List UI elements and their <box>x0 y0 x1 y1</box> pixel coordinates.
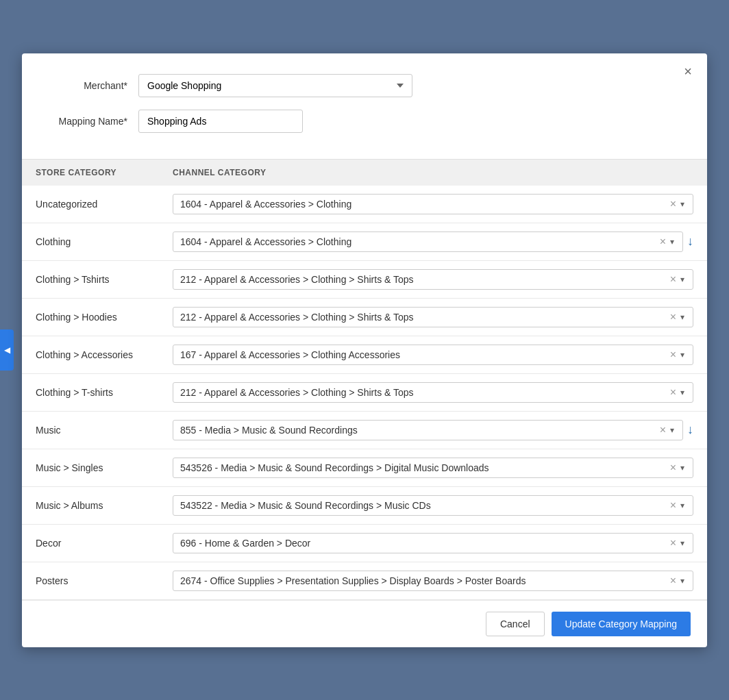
table-row: Clothing > Hoodies212 - Apparel & Access… <box>22 298 707 336</box>
channel-select-text: 212 - Apparel & Accessories > Clothing >… <box>180 387 667 398</box>
store-category-cell: Clothing > Hoodies <box>22 298 159 336</box>
table-header: STORE CATEGORY CHANNEL CATEGORY <box>22 160 707 186</box>
merchant-label: Merchant* <box>49 80 138 91</box>
channel-category-cell: 212 - Apparel & Accessories > Clothing >… <box>159 260 707 298</box>
channel-select-text: 212 - Apparel & Accessories > Clothing >… <box>180 312 667 323</box>
channel-clear-button[interactable]: × <box>667 312 679 323</box>
table-row: Clothing > Accessories167 - Apparel & Ac… <box>22 336 707 373</box>
table-row: Clothing > Tshirts212 - Apparel & Access… <box>22 260 707 298</box>
mapping-name-label: Mapping Name* <box>49 116 138 127</box>
channel-chevron-down-icon[interactable]: ▾ <box>669 425 676 435</box>
channel-chevron-down-icon[interactable]: ▾ <box>679 463 686 473</box>
modal-header: Merchant* Google Shopping Amazon Faceboo… <box>22 53 707 159</box>
channel-select-text: 167 - Apparel & Accessories > Clothing A… <box>180 349 667 360</box>
channel-chevron-down-icon[interactable]: ▾ <box>679 538 686 548</box>
channel-select-text: 1604 - Apparel & Accessories > Clothing <box>180 199 667 210</box>
channel-clear-button[interactable]: × <box>667 274 679 285</box>
modal-footer: Cancel Update Category Mapping <box>22 600 707 647</box>
channel-select-text: 543526 - Media > Music & Sound Recording… <box>180 462 667 473</box>
channel-select-text: 212 - Apparel & Accessories > Clothing >… <box>180 274 667 285</box>
store-category-cell: Uncategorized <box>22 186 159 223</box>
channel-category-cell: 1604 - Apparel & Accessories > Clothing×… <box>159 186 707 223</box>
channel-category-cell: 167 - Apparel & Accessories > Clothing A… <box>159 336 707 373</box>
channel-select-wrapper[interactable]: 212 - Apparel & Accessories > Clothing >… <box>173 382 693 403</box>
store-category-cell: Music <box>22 411 159 449</box>
channel-chevron-down-icon[interactable]: ▾ <box>679 312 686 322</box>
category-table-container: STORE CATEGORY CHANNEL CATEGORY Uncatego… <box>22 159 707 600</box>
table-row: Music > Singles543526 - Media > Music & … <box>22 449 707 486</box>
channel-chevron-down-icon[interactable]: ▾ <box>669 237 676 247</box>
channel-chevron-down-icon[interactable]: ▾ <box>679 501 686 510</box>
side-tab[interactable]: ◀ <box>0 329 14 371</box>
update-category-mapping-button[interactable]: Update Category Mapping <box>552 612 691 636</box>
channel-chevron-down-icon[interactable]: ▾ <box>679 388 686 397</box>
channel-clear-button[interactable]: × <box>667 387 679 398</box>
channel-category-cell: 212 - Apparel & Accessories > Clothing >… <box>159 373 707 411</box>
channel-category-cell: 855 - Media > Music & Sound Recordings×▾… <box>159 411 707 449</box>
channel-select-text: 855 - Media > Music & Sound Recordings <box>180 425 657 436</box>
store-category-cell: Clothing > T-shirts <box>22 373 159 411</box>
table-row: Posters2674 - Office Supplies > Presenta… <box>22 562 707 599</box>
channel-category-cell: 543526 - Media > Music & Sound Recording… <box>159 449 707 486</box>
store-category-cell: Decor <box>22 524 159 562</box>
channel-clear-button[interactable]: × <box>667 538 679 549</box>
category-table: STORE CATEGORY CHANNEL CATEGORY Uncatego… <box>22 160 707 600</box>
cancel-button[interactable]: Cancel <box>486 612 545 636</box>
channel-chevron-down-icon[interactable]: ▾ <box>679 275 686 284</box>
close-button[interactable]: × <box>680 63 696 79</box>
channel-category-cell: 2674 - Office Supplies > Presentation Su… <box>159 562 707 599</box>
channel-select-wrapper[interactable]: 212 - Apparel & Accessories > Clothing >… <box>173 307 693 327</box>
channel-select-wrapper[interactable]: 543526 - Media > Music & Sound Recording… <box>173 458 693 478</box>
mapping-name-input[interactable] <box>138 110 303 133</box>
channel-clear-button[interactable]: × <box>667 500 679 511</box>
store-category-cell: Music > Singles <box>22 449 159 486</box>
channel-category-cell: 696 - Home & Garden > Decor×▾ <box>159 524 707 562</box>
channel-select-wrapper[interactable]: 543522 - Media > Music & Sound Recording… <box>173 495 693 516</box>
modal-overlay: ◀ × Merchant* Google Shopping Amazon Fac… <box>0 0 729 700</box>
table-row: Clothing1604 - Apparel & Accessories > C… <box>22 223 707 260</box>
table-row: Music855 - Media > Music & Sound Recordi… <box>22 411 707 449</box>
channel-clear-button[interactable]: × <box>667 462 679 473</box>
channel-clear-button[interactable]: × <box>667 199 679 210</box>
modal-dialog: × Merchant* Google Shopping Amazon Faceb… <box>22 53 707 647</box>
channel-select-wrapper[interactable]: 167 - Apparel & Accessories > Clothing A… <box>173 345 693 365</box>
merchant-select[interactable]: Google Shopping Amazon Facebook eBay <box>138 74 412 97</box>
channel-clear-button[interactable]: × <box>667 349 679 360</box>
col-store-category: STORE CATEGORY <box>22 160 159 186</box>
mapping-name-row: Mapping Name* <box>49 110 680 133</box>
channel-category-cell: 212 - Apparel & Accessories > Clothing >… <box>159 298 707 336</box>
table-body: Uncategorized1604 - Apparel & Accessorie… <box>22 186 707 600</box>
table-row: Uncategorized1604 - Apparel & Accessorie… <box>22 186 707 223</box>
store-category-cell: Clothing <box>22 223 159 260</box>
channel-select-text: 2674 - Office Supplies > Presentation Su… <box>180 575 667 586</box>
store-category-cell: Music > Albums <box>22 486 159 524</box>
channel-clear-button[interactable]: × <box>657 236 669 247</box>
channel-category-cell: 1604 - Apparel & Accessories > Clothing×… <box>159 223 707 260</box>
channel-chevron-down-icon[interactable]: ▾ <box>679 350 686 360</box>
channel-clear-button[interactable]: × <box>657 425 669 436</box>
channel-select-text: 543522 - Media > Music & Sound Recording… <box>180 500 667 511</box>
channel-select-wrapper[interactable]: 1604 - Apparel & Accessories > Clothing×… <box>173 232 683 252</box>
store-category-cell: Posters <box>22 562 159 599</box>
table-row: Clothing > T-shirts212 - Apparel & Acces… <box>22 373 707 411</box>
channel-select-text: 696 - Home & Garden > Decor <box>180 538 667 549</box>
expand-down-icon[interactable]: ↓ <box>687 234 693 249</box>
channel-clear-button[interactable]: × <box>667 575 679 586</box>
channel-select-wrapper[interactable]: 1604 - Apparel & Accessories > Clothing×… <box>173 194 693 214</box>
channel-select-wrapper[interactable]: 855 - Media > Music & Sound Recordings×▾ <box>173 420 683 440</box>
table-row: Music > Albums543522 - Media > Music & S… <box>22 486 707 524</box>
col-channel-category: CHANNEL CATEGORY <box>159 160 707 186</box>
store-category-cell: Clothing > Tshirts <box>22 260 159 298</box>
channel-chevron-down-icon[interactable]: ▾ <box>679 576 686 586</box>
channel-select-wrapper[interactable]: 696 - Home & Garden > Decor×▾ <box>173 533 693 553</box>
channel-select-wrapper[interactable]: 212 - Apparel & Accessories > Clothing >… <box>173 269 693 290</box>
channel-select-wrapper[interactable]: 2674 - Office Supplies > Presentation Su… <box>173 571 693 591</box>
channel-category-cell: 543522 - Media > Music & Sound Recording… <box>159 486 707 524</box>
side-tab-icon: ◀ <box>4 345 10 355</box>
channel-select-text: 1604 - Apparel & Accessories > Clothing <box>180 236 657 247</box>
channel-chevron-down-icon[interactable]: ▾ <box>679 199 686 209</box>
store-category-cell: Clothing > Accessories <box>22 336 159 373</box>
expand-down-icon[interactable]: ↓ <box>687 423 693 437</box>
merchant-row: Merchant* Google Shopping Amazon Faceboo… <box>49 74 680 97</box>
table-row: Decor696 - Home & Garden > Decor×▾ <box>22 524 707 562</box>
